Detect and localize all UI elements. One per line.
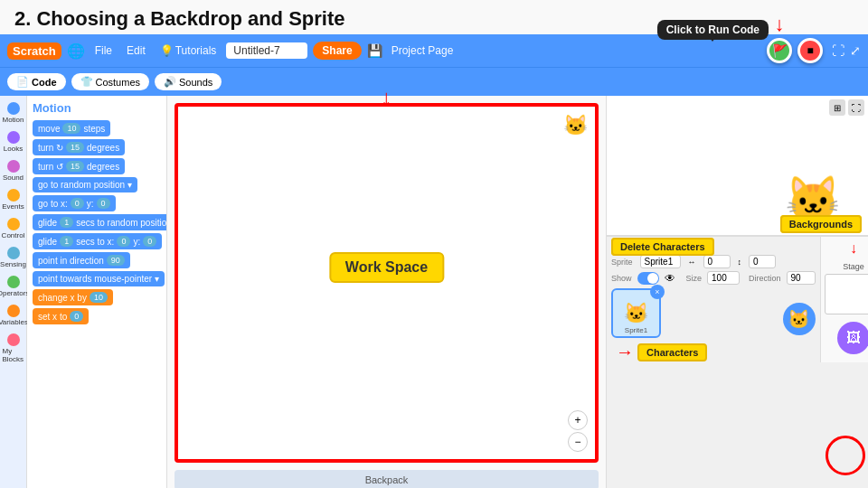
sound-label: Sound: [3, 174, 24, 182]
eye-icon: 👁: [665, 272, 675, 285]
delete-sprite-icon[interactable]: ×: [650, 285, 665, 299]
add-sprite-button[interactable]: 🐱: [783, 303, 816, 335]
center-area: Work Space 🐱 ↓ + − Backpack: [167, 96, 606, 488]
backdrop-icon: 🖼: [846, 330, 861, 346]
tab-sounds[interactable]: 🔊 Sounds: [155, 73, 222, 90]
bottom-row: Delete Characters Sprite ↔ ↕ Show 👁: [607, 236, 868, 362]
block-change-x[interactable]: change x by 10: [33, 289, 113, 305]
sprite-cat-workspace: 🐱: [563, 114, 588, 137]
run-code-bubble: Click to Run Code: [657, 20, 769, 40]
block-turn-ccw[interactable]: turn ↺ 15 degrees: [33, 158, 125, 174]
workspace-label: Work Space: [329, 252, 444, 283]
myblocks-label: My Blocks: [3, 347, 24, 363]
second-toolbar: 📄 Code 👕 Costumes 🔊 Sounds: [0, 67, 868, 96]
block-set-x[interactable]: set x to 0: [33, 308, 89, 324]
arrow-to-workspace: ↓: [382, 85, 392, 110]
block-glide-xy[interactable]: glide 1 secs to x: 0 y: 0: [33, 233, 162, 249]
characters-label: Characters: [637, 343, 707, 361]
sprite-x-input[interactable]: [703, 255, 731, 268]
block-point-direction[interactable]: point in direction 90: [33, 252, 130, 268]
size-label: Size: [686, 274, 703, 283]
control-label: Control: [2, 231, 25, 239]
sidebar-item-operators[interactable]: Operators: [1, 273, 26, 300]
add-sprite-area: 🐱: [783, 303, 816, 335]
zoom-controls: + −: [568, 410, 588, 452]
arrow-x-icon: ↔: [688, 258, 696, 267]
stage-thumbnail[interactable]: [825, 274, 868, 314]
tab-code[interactable]: 📄 Code: [7, 73, 66, 90]
sprite-y-input[interactable]: [749, 255, 776, 268]
backpack-bar[interactable]: Backpack: [175, 470, 599, 488]
arrow-to-characters: →: [616, 342, 634, 362]
tab-costumes[interactable]: 👕 Costumes: [71, 73, 150, 90]
stop-button[interactable]: ■: [797, 38, 823, 63]
sidebar-item-sound[interactable]: Sound: [1, 157, 26, 184]
fullscreen-icon[interactable]: ⛶: [832, 43, 844, 58]
motion-label: Motion: [3, 116, 24, 124]
sidebar-item-looks[interactable]: Looks: [1, 128, 26, 155]
arrow-to-stage: ↓: [850, 240, 857, 257]
zoom-out-button[interactable]: −: [568, 432, 588, 452]
sidebar-item-variables[interactable]: Variables: [1, 302, 26, 329]
backgrounds-annotation: Backgrounds: [780, 215, 862, 231]
sprite-direction-input[interactable]: [787, 271, 816, 285]
direction-label: Direction: [749, 274, 781, 283]
delete-characters-label: Delete Characters: [611, 238, 714, 256]
sound-icon: 🔊: [164, 76, 176, 88]
sprite-name-input[interactable]: [640, 255, 681, 268]
add-backdrop-button[interactable]: 🖼: [837, 322, 868, 354]
events-label: Events: [2, 202, 24, 211]
block-goto-xy[interactable]: go to x: 0 y: 0: [33, 195, 116, 211]
project-name-input[interactable]: [226, 42, 307, 59]
sidebar-item-control[interactable]: Control: [1, 215, 26, 242]
expand-icon[interactable]: ⤢: [850, 43, 861, 58]
sprite-size-input[interactable]: [707, 271, 740, 285]
stage-top-buttons: ⊞ ⛶: [829, 99, 864, 116]
stage-icon-2[interactable]: ⛶: [848, 99, 864, 116]
operators-label: Operators: [0, 289, 29, 297]
arrow-y-icon: ↕: [738, 258, 742, 267]
right-panel: 🐱 ⊞ ⛶ Delete Characters Sprite ↔: [606, 96, 868, 488]
block-glide-random[interactable]: glide 1 secs to random position ▾: [33, 214, 167, 230]
costume-icon: 👕: [80, 76, 93, 88]
scratch-logo: Scratch: [7, 42, 61, 60]
show-toggle-dot: [647, 273, 658, 284]
sidebar-item-events[interactable]: Events: [1, 186, 26, 213]
block-point-towards[interactable]: point towards mouse-pointer ▾: [33, 271, 165, 286]
share-button[interactable]: Share: [313, 42, 361, 60]
workspace-area[interactable]: Work Space 🐱 ↓ + −: [175, 103, 599, 463]
save-icon: 💾: [367, 43, 382, 58]
backgrounds-label: Backgrounds: [780, 215, 862, 233]
stage-icon-1[interactable]: ⊞: [829, 99, 845, 116]
nav-file[interactable]: File: [90, 42, 117, 59]
red-circle-backdrop: [826, 436, 865, 475]
sprite-info-row: Sprite ↔ ↕: [611, 255, 816, 268]
variables-label: Variables: [0, 318, 28, 326]
sprite-thumb-label: Sprite1: [625, 326, 647, 334]
green-flag-button[interactable]: 🚩: [767, 38, 792, 63]
delete-chars-section: Delete Characters: [611, 241, 816, 252]
add-sprite-icon: 🐱: [788, 308, 810, 330]
sprites-section: Delete Characters Sprite ↔ ↕ Show 👁: [607, 237, 820, 362]
sidebar-item-motion[interactable]: Motion: [1, 99, 26, 127]
block-move-steps[interactable]: move 10 steps: [33, 120, 110, 136]
lightbulb-icon: 💡: [160, 44, 174, 57]
nav-tutorials[interactable]: 💡 Tutorials: [156, 42, 222, 59]
sidebar-item-sensing[interactable]: Sensing: [1, 244, 26, 271]
sidebar-item-myblocks[interactable]: My Blocks: [1, 331, 26, 366]
code-icon: 📄: [16, 76, 29, 88]
nav-edit[interactable]: Edit: [122, 42, 150, 59]
show-row: Show 👁 Size Direction: [611, 271, 816, 285]
project-page-link[interactable]: Project Page: [392, 44, 454, 57]
sprite-thumb-sprite1[interactable]: 🐱 Sprite1 ×: [611, 288, 661, 338]
sensing-label: Sensing: [0, 260, 26, 268]
block-goto-random[interactable]: go to random position ▾: [33, 177, 137, 192]
zoom-in-button[interactable]: +: [568, 410, 588, 430]
category-sidebar: Motion Looks Sound Events Control Sensin…: [0, 96, 27, 488]
globe-icon[interactable]: 🌐: [67, 42, 85, 60]
show-label: Show: [611, 274, 632, 283]
sprite-label-text: Sprite: [611, 258, 633, 267]
looks-label: Looks: [4, 145, 23, 153]
show-toggle[interactable]: [637, 272, 659, 285]
block-turn-cw[interactable]: turn ↻ 15 degrees: [33, 139, 125, 155]
